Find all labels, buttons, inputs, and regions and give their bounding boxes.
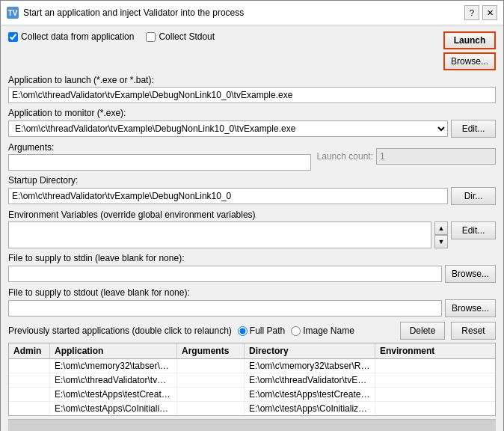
- cell-app-2: E:\om\c\testApps\testCreateMany...: [50, 388, 177, 401]
- close-button[interactable]: ✕: [482, 5, 497, 20]
- cell-admin-0: [9, 359, 50, 373]
- table-row[interactable]: E:\om\c\threadValidator\tvExample... E:\…: [9, 373, 495, 388]
- cell-app-0: E:\om\c\memory32\tabser\Releas...: [50, 359, 177, 373]
- env-vars-group: Environment Variables (override global e…: [8, 210, 496, 248]
- launch-count-label: Launch count:: [317, 151, 373, 162]
- delete-button[interactable]: Delete: [400, 322, 445, 340]
- cell-env-3: [375, 402, 435, 415]
- cell-dir-3: E:\om\c\testApps\CoInitializeTest\...: [245, 402, 375, 415]
- launch-count-input[interactable]: [376, 148, 496, 165]
- col-header-arguments: Arguments: [177, 343, 245, 358]
- radio-image-name[interactable]: [291, 326, 301, 336]
- cell-admin-3: [9, 402, 50, 415]
- status-bar: [8, 419, 496, 431]
- arguments-label: Arguments:: [8, 142, 311, 153]
- previously-started-row: Previously started applications (double …: [8, 322, 496, 340]
- env-vars-label: Environment Variables (override global e…: [8, 210, 496, 220]
- radio-image-name-text: Image Name: [303, 325, 354, 336]
- radio-full-path-label[interactable]: Full Path: [238, 325, 285, 336]
- app-to-launch-input[interactable]: [8, 87, 496, 103]
- cell-args-1: [177, 373, 245, 387]
- cell-admin-2: [9, 388, 50, 401]
- edit-monitor-button[interactable]: Edit...: [451, 120, 496, 138]
- radio-image-name-label[interactable]: Image Name: [291, 325, 354, 336]
- stdin-label: File to supply to stdin (leave blank for…: [8, 253, 496, 263]
- cell-args-0: [177, 359, 245, 373]
- launch-button[interactable]: Launch: [443, 31, 496, 49]
- collect-stdout-checkbox[interactable]: Collect Stdout: [146, 31, 215, 42]
- top-right-buttons: Launch Browse...: [443, 31, 496, 70]
- app-to-monitor-select[interactable]: E:\om\c\threadValidator\tvExample\DebugN…: [8, 120, 448, 137]
- stdin-input[interactable]: [8, 266, 442, 282]
- startup-dir-label: Startup Directory:: [8, 175, 496, 186]
- cell-dir-2: E:\om\c\testApps\testCreateMany...: [245, 388, 375, 401]
- previously-label: Previously started applications (double …: [8, 325, 232, 336]
- table-body: E:\om\c\memory32\tabser\Releas... E:\om\…: [9, 359, 495, 415]
- app-icon: TV: [7, 7, 19, 19]
- browse-button[interactable]: Browse...: [443, 52, 496, 70]
- radio-full-path[interactable]: [238, 326, 248, 336]
- startup-dir-input[interactable]: [8, 188, 448, 204]
- dialog-content: Collect data from application Collect St…: [1, 25, 503, 431]
- radio-group: Full Path Image Name: [238, 325, 354, 336]
- app-to-monitor-group: Application to monitor (*.exe): E:\om\c\…: [8, 108, 496, 138]
- collect-data-input[interactable]: [8, 32, 18, 42]
- help-button[interactable]: ?: [464, 5, 479, 20]
- col-header-admin: Admin: [9, 343, 50, 358]
- main-dialog: TV Start an application and inject Valid…: [0, 0, 504, 431]
- cell-app-1: E:\om\c\threadValidator\tvExample...: [50, 373, 177, 387]
- previously-started-table: Admin Application Arguments Directory En…: [8, 343, 496, 416]
- collect-data-checkbox[interactable]: Collect data from application: [8, 31, 134, 42]
- table-row[interactable]: E:\om\c\testApps\CoInitializeTest\... E:…: [9, 402, 495, 415]
- table-header: Admin Application Arguments Directory En…: [9, 343, 495, 359]
- arguments-input[interactable]: [8, 154, 311, 171]
- cell-env-1: [375, 373, 435, 387]
- browse-stdin-button[interactable]: Browse...: [445, 265, 496, 283]
- env-vars-input[interactable]: [8, 221, 431, 248]
- dir-button[interactable]: Dir...: [451, 187, 496, 205]
- app-to-monitor-label: Application to monitor (*.exe):: [8, 108, 496, 118]
- col-header-application: Application: [50, 343, 177, 358]
- cell-env-2: [375, 388, 435, 401]
- table-row[interactable]: E:\om\c\testApps\testCreateMany... E:\om…: [9, 388, 495, 402]
- app-to-launch-label: Application to launch (*.exe or *.bat):: [8, 75, 496, 85]
- stdout-label: File to supply to stdout (leave blank fo…: [8, 287, 496, 298]
- stdout-input[interactable]: [8, 300, 442, 317]
- cell-dir-1: E:\om\c\threadValidator\tvExample...: [245, 373, 375, 387]
- collect-stdout-input[interactable]: [146, 32, 156, 42]
- app-to-launch-group: Application to launch (*.exe or *.bat):: [8, 75, 496, 103]
- dialog-title: Start an application and inject Validato…: [23, 7, 244, 18]
- col-header-environment: Environment: [375, 343, 435, 358]
- browse-stdout-button[interactable]: Browse...: [445, 299, 496, 317]
- top-checkboxes: Collect data from application Collect St…: [8, 31, 215, 48]
- title-bar: TV Start an application and inject Valid…: [1, 1, 503, 25]
- env-spin-up[interactable]: ▲: [434, 221, 448, 235]
- cell-args-3: [177, 402, 245, 415]
- reset-button[interactable]: Reset: [451, 322, 496, 340]
- stdin-group: File to supply to stdin (leave blank for…: [8, 253, 496, 283]
- cell-args-2: [177, 388, 245, 401]
- col-header-directory: Directory: [245, 343, 375, 358]
- radio-full-path-text: Full Path: [250, 325, 285, 336]
- cell-app-3: E:\om\c\testApps\CoInitializeTest\...: [50, 402, 177, 415]
- table-row[interactable]: E:\om\c\memory32\tabser\Releas... E:\om\…: [9, 359, 495, 373]
- startup-dir-group: Startup Directory: Dir...: [8, 175, 496, 205]
- env-spin-down[interactable]: ▼: [434, 235, 448, 248]
- cell-dir-0: E:\om\c\memory32\tabser\Release: [245, 359, 375, 373]
- stdout-group: File to supply to stdout (leave blank fo…: [8, 287, 496, 317]
- arguments-group: Arguments: Launch count:: [8, 142, 496, 171]
- edit-env-button[interactable]: Edit...: [451, 221, 496, 239]
- cell-env-0: [375, 359, 435, 373]
- cell-admin-1: [9, 373, 50, 387]
